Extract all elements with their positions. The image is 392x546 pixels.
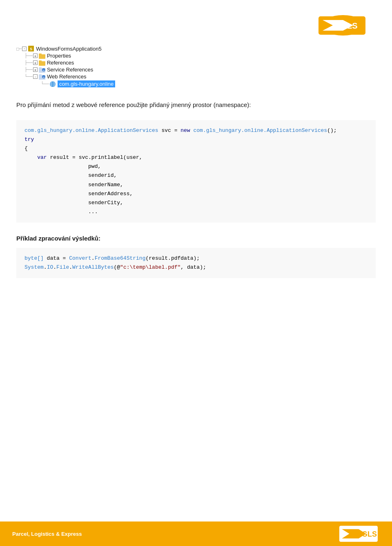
footer-tagline: Parcel, Logistics & Express — [12, 531, 82, 537]
tree-label-references: References — [47, 60, 74, 66]
tree-connector-refs: ├── — [24, 60, 33, 65]
tree-connector-props: ├── — [24, 53, 33, 58]
tree-connector-root: □─ — [16, 46, 22, 51]
code-line-try: try — [24, 135, 368, 144]
section2-heading: Příklad zpracování výsledků: — [16, 235, 376, 242]
tree-label-gls-online: com.gls-hungary.online — [58, 80, 115, 87]
svg-text:w: w — [42, 76, 45, 78]
svg-text:w: w — [42, 69, 45, 71]
expand-srefs[interactable]: + — [33, 67, 38, 72]
tree-connector-gls: └── — [41, 81, 49, 87]
svg-rect-10 — [39, 53, 42, 55]
expand-wrefs[interactable]: - — [33, 74, 38, 79]
expand-root[interactable]: - — [22, 47, 27, 51]
code-line-ellipsis: ... — [24, 207, 368, 216]
tree-label-web-refs: Web References — [47, 74, 87, 80]
code-line-senderid: senderid, — [24, 171, 368, 180]
svg-rect-14 — [39, 67, 42, 69]
code-block-2: byte[] data = Convert.FromBase64String(r… — [16, 248, 376, 278]
tree-connector-wrefs: └── — [24, 74, 33, 79]
code-line-brace-open: { — [24, 144, 368, 153]
folder-icon-references — [39, 60, 45, 66]
folder-icon-properties — [39, 53, 45, 59]
code-line-var: var result = svc.printlabel(user, — [24, 153, 368, 162]
code-line-sendername: senderName, — [24, 181, 368, 189]
code-line-bytearray: byte[] data = Convert.FromBase64String(r… — [24, 254, 368, 263]
code-block-1: com.gls_hungary.online.ApplicationServic… — [16, 120, 376, 223]
svg-text:S: S — [30, 47, 32, 51]
expand-props[interactable]: + — [33, 53, 38, 58]
intro-paragraph: Pro přijímání metod z webové reference p… — [16, 100, 376, 110]
code-line-1: com.gls_hungary.online.ApplicationServic… — [24, 126, 368, 135]
globe-icon — [49, 81, 56, 87]
gls-logo: GLS — [318, 14, 368, 37]
tree-item-service-refs[interactable]: ├── + w Service References — [24, 66, 376, 73]
tree-connector-srefs: ├── — [24, 67, 33, 72]
solution-icon: S — [28, 45, 34, 52]
svg-text:GLS: GLS — [362, 530, 377, 538]
tree-item-root[interactable]: □─ - S WindowsFormsApplication5 — [16, 45, 376, 52]
tree-label-service-refs: Service References — [47, 67, 93, 73]
footer-gls-logo: GLS — [339, 525, 380, 543]
header-logo-area: GLS GLS — [16, 8, 376, 41]
tree-item-properties[interactable]: ├── + Properties — [24, 52, 376, 59]
code-line-senderaddress: senderAddress, — [24, 189, 368, 198]
svg-text:GLS: GLS — [341, 21, 357, 30]
folder-icon-service-refs: w — [39, 67, 45, 73]
folder-icon-web-refs: w — [39, 74, 45, 80]
tree-label-properties: Properties — [47, 53, 71, 59]
tree-item-gls-online[interactable]: └── com.gls-hungary.online — [41, 80, 376, 88]
code-line-writeallbytes: System.IO.File.WriteAllBytes(@"c:\temp\l… — [24, 263, 368, 272]
code-line-sendercity: senderCity, — [24, 198, 368, 207]
svg-rect-18 — [39, 74, 42, 76]
main-content: GLS GLS □─ - S WindowsFormsApplication5 — [0, 0, 392, 521]
footer: Parcel, Logistics & Express GLS — [0, 521, 392, 546]
svg-rect-12 — [39, 60, 42, 62]
code-line-pwd: pwd, — [24, 162, 368, 171]
tree-view: □─ - S WindowsFormsApplication5 ├── + Pr… — [16, 45, 376, 88]
tree-item-references[interactable]: ├── + References — [24, 59, 376, 66]
tree-item-web-refs[interactable]: └── - w Web References — [24, 73, 376, 80]
expand-refs[interactable]: + — [33, 60, 38, 65]
code-class-appservices1: com.gls_hungary.online.ApplicationServic… — [24, 127, 158, 134]
tree-label-root: WindowsFormsApplication5 — [36, 46, 101, 52]
